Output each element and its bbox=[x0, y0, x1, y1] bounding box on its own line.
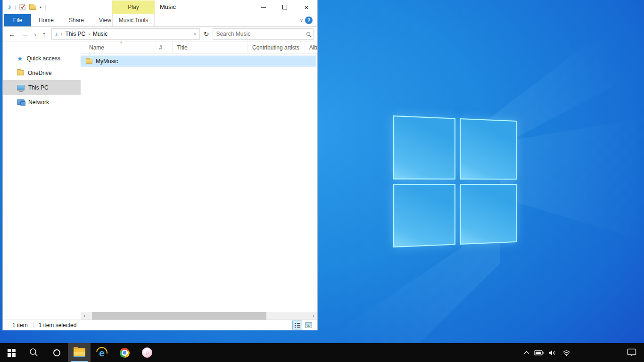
scroll-left-icon[interactable]: ‹ bbox=[81, 312, 88, 320]
column-headers: ^ Name # Title Contributing artists Alb bbox=[81, 41, 317, 54]
scrollbar-track[interactable] bbox=[88, 312, 310, 320]
quick-access-toolbar: ♪ | ▾ | bbox=[8, 0, 46, 14]
minimize-button[interactable] bbox=[252, 0, 274, 14]
volume-icon[interactable] bbox=[548, 349, 558, 356]
contextual-tab-play[interactable]: Play bbox=[112, 0, 155, 14]
network-icon bbox=[17, 99, 25, 105]
chrome-button[interactable] bbox=[113, 343, 136, 362]
window-title: Music bbox=[160, 0, 176, 14]
search-icon[interactable] bbox=[306, 32, 310, 36]
refresh-button[interactable]: ↻ bbox=[204, 30, 209, 38]
wifi-icon[interactable] bbox=[562, 349, 571, 356]
new-folder-icon[interactable] bbox=[29, 5, 36, 10]
item-count: 1 item bbox=[12, 322, 28, 329]
close-icon: × bbox=[305, 4, 309, 11]
selected-count: 1 item selected bbox=[39, 322, 77, 329]
windows-logo-pane bbox=[460, 184, 517, 245]
search-icon bbox=[29, 347, 39, 358]
column-header-title[interactable]: Title bbox=[173, 41, 248, 53]
taskbar: e ♫ bbox=[0, 343, 644, 362]
this-pc-monitor-icon bbox=[17, 85, 25, 90]
thumbnail-view-button[interactable] bbox=[304, 321, 314, 329]
start-button[interactable] bbox=[0, 343, 23, 362]
quick-access-star-icon: ★ bbox=[17, 55, 23, 62]
tray-expand-chevron-icon[interactable] bbox=[523, 350, 530, 355]
folder-icon bbox=[86, 59, 92, 64]
chrome-icon bbox=[120, 348, 130, 358]
scrollbar-thumb[interactable] bbox=[92, 312, 266, 320]
file-list-pane: ^ Name # Title Contributing artists Alb … bbox=[81, 41, 317, 320]
file-explorer-icon bbox=[74, 348, 85, 357]
address-bar[interactable]: ♪ › This PC › Music ∨ bbox=[51, 28, 199, 40]
tab-share[interactable]: Share bbox=[61, 14, 91, 26]
tab-home[interactable]: Home bbox=[31, 14, 61, 26]
properties-check-icon[interactable] bbox=[19, 4, 26, 10]
action-center-button[interactable] bbox=[627, 343, 636, 362]
column-header-album[interactable]: Alb bbox=[305, 41, 317, 53]
sidebar-item-quick-access[interactable]: ★ Quick access bbox=[3, 51, 81, 66]
caption-buttons: × bbox=[252, 0, 317, 14]
windows-logo bbox=[393, 115, 517, 247]
divider: | bbox=[45, 4, 46, 10]
maximize-icon bbox=[282, 5, 287, 9]
ribbon-tabs: File Home Share View Music Tools ∨ ? bbox=[3, 14, 317, 27]
cortana-button[interactable] bbox=[45, 343, 68, 362]
file-rows: MyMusic bbox=[81, 54, 317, 320]
sidebar-item-network[interactable]: Network bbox=[3, 95, 81, 109]
file-row-mymusic[interactable]: MyMusic bbox=[81, 56, 316, 66]
breadcrumb-this-pc[interactable]: This PC bbox=[66, 31, 86, 37]
column-header-number[interactable]: # bbox=[156, 41, 173, 53]
location-music-icon: ♪ bbox=[55, 31, 58, 37]
details-view-icon bbox=[295, 322, 300, 328]
horizontal-scrollbar[interactable]: ‹ › bbox=[81, 312, 317, 320]
windows-start-icon bbox=[8, 349, 16, 357]
status-bar: 1 item 1 item selected bbox=[3, 320, 317, 330]
taskbar-file-explorer-button[interactable] bbox=[68, 343, 91, 362]
maximize-button[interactable] bbox=[274, 0, 296, 14]
address-dropdown-chevron-icon[interactable]: ∨ bbox=[194, 32, 197, 36]
sidebar-item-onedrive[interactable]: OneDrive bbox=[3, 66, 81, 80]
column-header-name[interactable]: Name bbox=[81, 41, 156, 53]
sidebar-item-this-pc[interactable]: This PC bbox=[3, 80, 81, 95]
help-button[interactable]: ? bbox=[305, 16, 313, 24]
tab-music-tools[interactable]: Music Tools bbox=[112, 14, 155, 26]
itunes-button[interactable]: ♫ bbox=[136, 343, 158, 362]
customize-qat-dropdown-icon[interactable]: ▾ bbox=[40, 5, 41, 9]
tab-file[interactable]: File bbox=[4, 14, 31, 26]
sidebar-label: This PC bbox=[28, 84, 49, 91]
action-center-icon bbox=[627, 348, 636, 357]
sidebar-label: Network bbox=[28, 99, 49, 106]
search-box[interactable] bbox=[213, 28, 314, 40]
internet-explorer-icon: e bbox=[96, 347, 107, 358]
windows-logo-pane bbox=[393, 115, 455, 179]
status-divider bbox=[33, 322, 33, 328]
taskbar-search-button[interactable] bbox=[23, 343, 45, 362]
battery-icon[interactable] bbox=[534, 349, 544, 356]
address-toolbar: ← → ∨ ↑ ♪ › This PC › Music ∨ ↻ bbox=[3, 27, 317, 41]
explorer-main: ★ Quick access OneDrive This PC Network … bbox=[3, 41, 317, 320]
title-bar[interactable]: ♪ | ▾ | Play Music × bbox=[3, 0, 317, 14]
column-header-contributing-artists[interactable]: Contributing artists bbox=[248, 41, 305, 53]
forward-button[interactable]: → bbox=[21, 31, 28, 38]
wallpaper-light-ray bbox=[500, 118, 644, 240]
expand-ribbon-chevron-icon[interactable]: ∨ bbox=[300, 17, 303, 23]
search-input[interactable] bbox=[216, 31, 306, 37]
breadcrumb-separator: › bbox=[88, 31, 90, 37]
breadcrumb-music[interactable]: Music bbox=[93, 31, 107, 37]
up-button[interactable]: ↑ bbox=[42, 31, 46, 38]
breadcrumb-separator: › bbox=[61, 31, 63, 37]
file-name: MyMusic bbox=[96, 58, 118, 65]
close-button[interactable]: × bbox=[296, 0, 317, 14]
details-view-button[interactable] bbox=[292, 321, 302, 329]
scroll-right-icon[interactable]: › bbox=[310, 312, 317, 320]
windows-logo-pane bbox=[393, 184, 455, 247]
onedrive-folder-icon bbox=[17, 70, 24, 75]
music-note-icon: ♪ bbox=[8, 3, 11, 11]
file-explorer-window: ♪ | ▾ | Play Music × File Home Share Vie… bbox=[2, 0, 318, 330]
internet-explorer-button[interactable]: e bbox=[91, 343, 113, 362]
view-buttons bbox=[292, 321, 314, 329]
sort-ascending-icon: ^ bbox=[120, 41, 122, 46]
sidebar-label: Quick access bbox=[27, 55, 60, 62]
back-button[interactable]: ← bbox=[8, 31, 16, 38]
recent-locations-chevron-icon[interactable]: ∨ bbox=[34, 33, 37, 37]
